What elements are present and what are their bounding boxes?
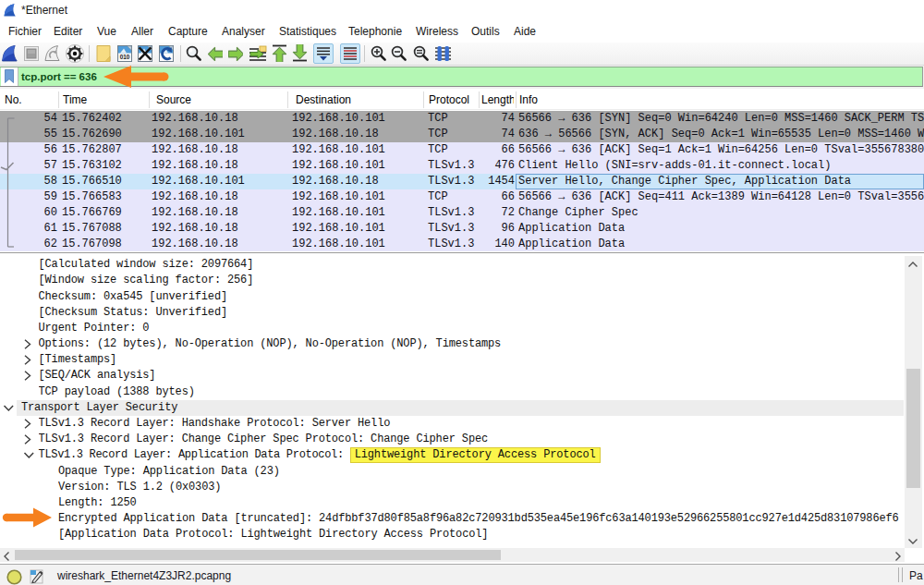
svg-text:010: 010 xyxy=(120,54,130,60)
